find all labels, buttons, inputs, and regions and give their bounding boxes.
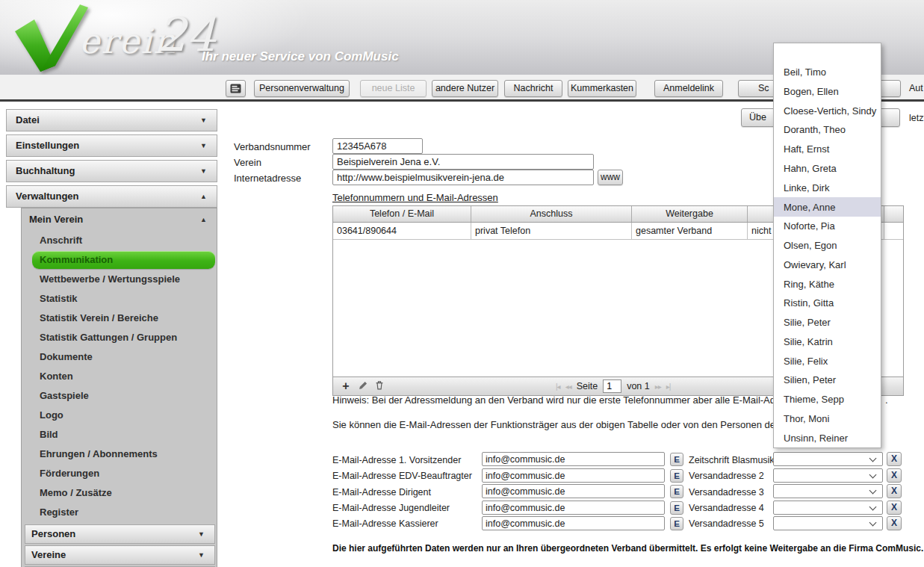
- dropdown-option[interactable]: Silie, Felix: [774, 351, 881, 371]
- dropdown-option[interactable]: Bogen, Ellen: [774, 82, 881, 102]
- clear-recipient-button[interactable]: X: [887, 484, 902, 498]
- dropdown-option[interactable]: Noforte, Pia: [774, 217, 881, 236]
- clear-recipient-button[interactable]: X: [887, 516, 902, 530]
- dropdown-option[interactable]: Silien, Peter: [774, 371, 881, 390]
- toolbar-button-andere-nutzer[interactable]: andere Nutzer: [432, 80, 498, 97]
- recipient-select-versandadresse-2[interactable]: [773, 468, 883, 483]
- clear-recipient-button[interactable]: X: [887, 501, 902, 515]
- dropdown-option[interactable]: Silie, Katrin: [774, 332, 881, 351]
- dropdown-option[interactable]: Unsinn, Reiner: [774, 428, 881, 447]
- dropdown-option[interactable]: Haft, Ernst: [774, 140, 881, 159]
- sidebar-item-gastspiele[interactable]: Gastspiele: [22, 386, 217, 406]
- sidebar-item-dokumente[interactable]: Dokumente: [22, 347, 217, 367]
- add-row-button[interactable]: +: [339, 380, 353, 393]
- recipient-label-versandadresse-5: Versandadresse 5: [689, 518, 764, 529]
- column-header-telefon-email[interactable]: Telefon / E-Mail: [333, 206, 471, 222]
- sidebar-item-foerderungen[interactable]: Förderungen: [22, 464, 217, 483]
- edit-row-button[interactable]: [356, 380, 370, 393]
- email-field-edv[interactable]: [482, 468, 665, 483]
- first-page-icon[interactable]: |◂: [556, 382, 560, 391]
- next-page-icon[interactable]: ▸▸: [655, 382, 661, 391]
- sidebar-item-statistik-gattungen-gruppen[interactable]: Statistik Gattungen / Gruppen: [22, 328, 217, 347]
- dropdown-option[interactable]: Thieme, Sepp: [774, 390, 881, 409]
- chevron-down-icon: [869, 504, 877, 511]
- chevron-down-icon: ▼: [200, 161, 207, 182]
- hint-line1: Hinweis: Bei der Adressmeldung an den Ve…: [332, 394, 820, 406]
- verbandsnummer-field[interactable]: [332, 138, 423, 154]
- last-page-icon[interactable]: ▸|: [666, 382, 671, 391]
- sidebar-item-ehrungen-abonnements[interactable]: Ehrungen / Abonnements: [22, 444, 217, 464]
- recipient-select-versandadresse-3[interactable]: [773, 484, 883, 498]
- email-edit-button[interactable]: E: [670, 453, 683, 466]
- trash-icon: [374, 380, 385, 391]
- cell-narrow: [884, 223, 903, 239]
- clear-recipient-button[interactable]: X: [887, 452, 902, 466]
- sidebar-section-buchhaltung[interactable]: Buchhaltung ▼: [6, 160, 217, 182]
- sidebar-item-statistik[interactable]: Statistik: [22, 289, 217, 309]
- toolbar-button-anmeldelink[interactable]: Anmeldelink: [654, 80, 723, 97]
- sidebar-section-vereine[interactable]: Vereine ▼: [25, 545, 215, 565]
- sidebar-item-mein-verein[interactable]: Mein Verein ▲: [22, 208, 217, 231]
- dropdown-option[interactable]: Hahn, Greta: [774, 159, 881, 179]
- email-edit-button[interactable]: E: [670, 517, 683, 530]
- sidebar-item-logo[interactable]: Logo: [22, 406, 217, 425]
- sidebar-item-kommunikation-selected[interactable]: Kommunikation: [32, 251, 215, 269]
- sidebar-item-konten[interactable]: Konten: [22, 367, 217, 386]
- toolbar-button-kummerkasten[interactable]: Kummerkasten: [568, 80, 636, 97]
- recipient-select-zeitschrift-blasmusik-open[interactable]: [773, 452, 883, 466]
- dropdown-option[interactable]: Owievary, Karl: [774, 255, 881, 274]
- sidebar-section-datei[interactable]: Datei ▼: [6, 109, 217, 131]
- sidebar-item-register[interactable]: Register: [22, 503, 217, 522]
- column-header-weitergabe[interactable]: Weitergabe: [632, 206, 748, 222]
- recipient-select-versandadresse-4[interactable]: [773, 501, 883, 515]
- email-label-jugendleiter: E-Mail-Adresse Jugendleiter: [332, 503, 450, 513]
- email-edit-button[interactable]: E: [670, 469, 683, 483]
- dropdown-option[interactable]: Beil, Timo: [774, 63, 881, 82]
- clear-recipient-button[interactable]: X: [887, 468, 902, 483]
- dropdown-option[interactable]: Linke, Dirk: [774, 178, 881, 197]
- email-field-dirigent[interactable]: [482, 484, 665, 498]
- prev-page-icon[interactable]: ◂◂: [565, 382, 571, 391]
- dropdown-option[interactable]: Ring, Käthe: [774, 274, 881, 294]
- sidebar-section-verwaltungen[interactable]: Verwaltungen ▲: [6, 185, 217, 208]
- dropdown-option[interactable]: Doranth, Theo: [774, 120, 881, 140]
- recipient-select-versandadresse-5[interactable]: [773, 516, 883, 530]
- partial-button-text: Übe: [749, 109, 766, 126]
- toolbar-button-nachricht[interactable]: Nachricht: [504, 80, 562, 97]
- sidebar-item-wettbewerbe[interactable]: Wettbewerbe / Wertungsspiele: [22, 270, 217, 289]
- sidebar-section-personen[interactable]: Personen ▼: [25, 524, 215, 544]
- sidebar-section-einstellungen[interactable]: Einstellungen ▼: [6, 134, 217, 157]
- chevron-down-icon: ▼: [200, 110, 207, 131]
- email-edit-button[interactable]: E: [670, 485, 683, 498]
- verein-field[interactable]: [332, 154, 594, 170]
- email-field-vorsitzender[interactable]: [482, 452, 665, 466]
- dropdown-option-empty[interactable]: [774, 43, 881, 63]
- telefon-email-section-heading: Telefonnummern und E-Mail-Adressen: [332, 192, 498, 203]
- dropdown-option[interactable]: Cloese-Vertich, Sindy: [774, 101, 881, 120]
- internetadresse-field[interactable]: [332, 170, 594, 185]
- email-field-kassierer[interactable]: [482, 516, 665, 530]
- toolbar-button-neue-liste: neue Liste: [360, 80, 427, 97]
- column-header-narrow[interactable]: [884, 206, 903, 222]
- sidebar-item-bild[interactable]: Bild: [22, 425, 217, 444]
- email-edit-button[interactable]: E: [670, 501, 683, 515]
- header-tagline: Ihr neuer Service von ComMusic: [202, 49, 399, 64]
- sidebar-item-memo-zusaetze[interactable]: Memo / Zusätze: [22, 483, 217, 503]
- vereine-label: Vereine: [31, 549, 66, 560]
- dropdown-option[interactable]: Thor, Moni: [774, 409, 881, 429]
- delete-row-button[interactable]: [373, 380, 386, 393]
- column-header-anschluss[interactable]: Anschluss: [471, 206, 632, 222]
- dropdown-option[interactable]: Silie, Peter: [774, 313, 881, 332]
- www-button[interactable]: www: [598, 170, 623, 185]
- page-number-input[interactable]: [603, 379, 621, 393]
- subbar-right-cut-label: letzt: [909, 113, 924, 123]
- list-view-button[interactable]: [226, 80, 246, 97]
- sidebar-item-statistik-verein-bereiche[interactable]: Statistik Verein / Bereiche: [22, 309, 217, 328]
- dropdown-option-highlighted[interactable]: Mone, Anne: [774, 197, 881, 217]
- dropdown-option[interactable]: Ristin, Gitta: [774, 294, 881, 313]
- email-field-jugendleiter[interactable]: [482, 501, 665, 515]
- chevron-down-icon: ▼: [198, 546, 205, 564]
- dropdown-option[interactable]: Olsen, Egon: [774, 236, 881, 255]
- sidebar-item-anschrift[interactable]: Anschrift: [22, 231, 217, 250]
- toolbar-button-personenverwaltung[interactable]: Personenverwaltung: [254, 80, 350, 97]
